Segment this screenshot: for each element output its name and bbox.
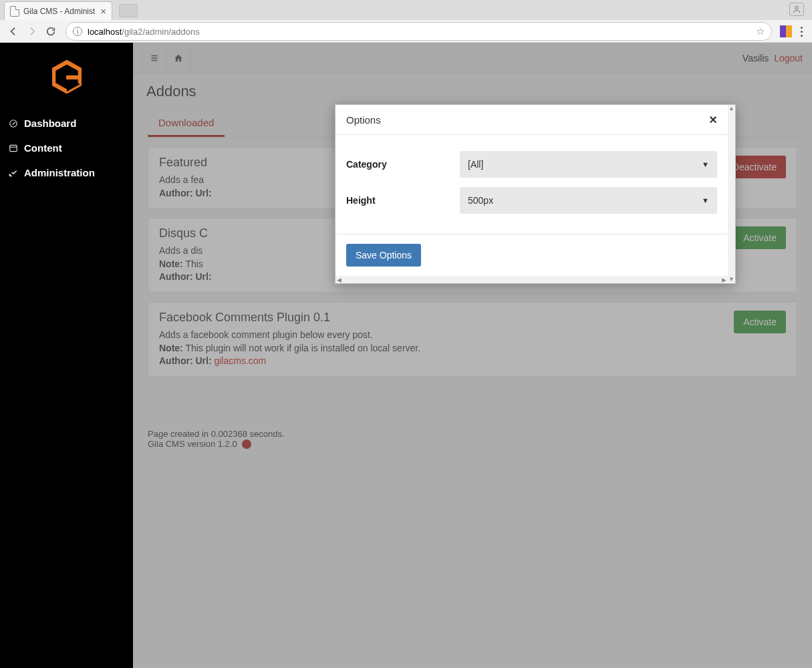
field-label: Height: [346, 195, 460, 206]
scroll-up-icon[interactable]: ▲: [728, 105, 734, 112]
sidebar-item-administration[interactable]: Administration: [0, 160, 133, 185]
select-category[interactable]: [All]▼: [460, 151, 717, 178]
form-row: Height500px▼: [346, 187, 717, 214]
main: Vasilis Logout Addons Downloaded Feature…: [133, 43, 812, 668]
svg-point-0: [795, 6, 799, 9]
back-button[interactable]: [5, 23, 21, 39]
sidebar: DashboardContentAdministration: [0, 43, 133, 668]
select-value: [All]: [468, 159, 483, 170]
reload-button[interactable]: [43, 23, 59, 39]
sidebar-item-dashboard[interactable]: Dashboard: [0, 111, 133, 136]
logo[interactable]: [0, 52, 133, 111]
url-bar[interactable]: i localhost/gila2/admin/addons ☆: [65, 22, 772, 41]
chevron-down-icon: ▼: [702, 196, 709, 204]
user-icon[interactable]: [789, 3, 804, 16]
options-modal: ▲ ▼ Options × Category[All]▼Height500px▼…: [335, 104, 736, 284]
select-height[interactable]: 500px▼: [460, 187, 717, 214]
forward-button[interactable]: [24, 23, 40, 39]
kebab-menu-icon[interactable]: [795, 27, 808, 37]
file-icon: [10, 6, 19, 17]
app: DashboardContentAdministration Vasilis L…: [0, 43, 812, 668]
nav-label: Administration: [24, 167, 95, 178]
form-row: Category[All]▼: [346, 151, 717, 178]
scroll-right-icon[interactable]: ▶: [720, 277, 728, 283]
svg-rect-5: [10, 145, 17, 151]
browser-chrome: Gila CMS - Administ × i localhost/gila2/…: [0, 0, 812, 43]
scrollbar-horizontal[interactable]: ◀ ▶: [335, 276, 728, 283]
browser-toolbar: i localhost/gila2/admin/addons ☆: [0, 20, 812, 43]
close-icon[interactable]: ×: [100, 6, 106, 16]
url-host: localhost: [88, 27, 122, 37]
close-icon[interactable]: ×: [709, 113, 717, 126]
new-tab-button[interactable]: [119, 4, 138, 17]
svg-rect-6: [9, 174, 12, 177]
modal-header: Options ×: [335, 105, 728, 135]
nav-icon: [8, 168, 19, 178]
nav: DashboardContentAdministration: [0, 111, 133, 185]
modal-body: Category[All]▼Height500px▼: [335, 135, 728, 234]
scroll-left-icon[interactable]: ◀: [335, 277, 343, 283]
field-label: Category: [346, 159, 460, 170]
nav-icon: [8, 144, 19, 153]
modal-footer: Save Options: [335, 234, 728, 276]
info-icon[interactable]: i: [73, 27, 82, 36]
browser-tab[interactable]: Gila CMS - Administ ×: [4, 1, 112, 20]
modal-title: Options: [346, 114, 381, 126]
nav-label: Content: [24, 142, 62, 154]
scroll-down-icon[interactable]: ▼: [728, 276, 734, 283]
url-path: /gila2/admin/addons: [122, 27, 199, 37]
extension-icon[interactable]: [780, 25, 792, 37]
tab-title: Gila CMS - Administ: [23, 7, 95, 16]
select-value: 500px: [468, 195, 493, 206]
browser-tabbar: Gila CMS - Administ ×: [0, 0, 812, 20]
save-options-button[interactable]: Save Options: [346, 244, 421, 267]
scrollbar-vertical[interactable]: ▲ ▼: [728, 105, 735, 283]
nav-label: Dashboard: [24, 118, 76, 129]
sidebar-item-content[interactable]: Content: [0, 136, 133, 160]
svg-rect-3: [66, 75, 79, 79]
star-icon[interactable]: ☆: [756, 25, 765, 37]
nav-icon: [8, 119, 19, 128]
chevron-down-icon: ▼: [702, 160, 709, 168]
